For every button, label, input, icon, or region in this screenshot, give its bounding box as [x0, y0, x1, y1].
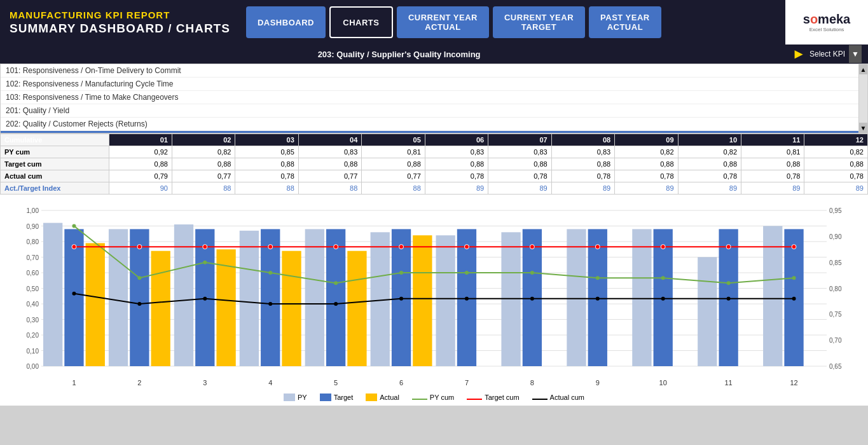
header-branding: MANUFACTURING KPI REPORT SUMMARY DASHBOA… — [0, 0, 240, 44]
col-header-02: 02 — [172, 134, 235, 146]
svg-point-87 — [334, 245, 338, 249]
nav-charts[interactable]: CHARTS — [329, 6, 393, 38]
svg-text:4: 4 — [268, 379, 272, 387]
col-header-08: 08 — [551, 134, 614, 146]
svg-point-99 — [334, 302, 338, 306]
svg-text:7: 7 — [465, 379, 469, 387]
legend-actual-cum: Actual cum — [532, 394, 584, 401]
svg-text:5: 5 — [334, 379, 338, 387]
svg-text:1,00: 1,00 — [27, 207, 39, 214]
legend-py: PY — [284, 394, 307, 401]
col-header-03: 03 — [235, 134, 298, 146]
nav-current-year-target[interactable]: CURRENT YEAR TARGET — [493, 6, 585, 38]
actual-cum-line-swatch — [532, 399, 548, 400]
svg-rect-46 — [326, 229, 345, 366]
svg-rect-53 — [436, 235, 455, 366]
svg-rect-45 — [305, 229, 324, 366]
svg-text:12: 12 — [790, 379, 797, 387]
bar-line-chart: 0,000,100,200,300,400,500,600,700,800,90… — [6, 201, 862, 388]
svg-point-89 — [464, 245, 469, 249]
svg-point-71 — [72, 224, 76, 228]
svg-point-102 — [530, 297, 534, 301]
col-header-cumulative: Cumulative — [1, 134, 109, 146]
svg-text:0,80: 0,80 — [27, 238, 39, 245]
legend-py-label: PY — [298, 394, 307, 401]
legend-target-label: Target — [334, 394, 354, 401]
svg-rect-65 — [698, 257, 717, 367]
svg-point-74 — [268, 271, 272, 275]
kpi-item-102[interactable]: 102: Responsiveness / Manufacturing Cycl… — [1, 78, 867, 91]
py-cum-line-swatch — [412, 399, 427, 400]
svg-text:8: 8 — [530, 379, 534, 387]
svg-point-103 — [596, 297, 600, 301]
svg-point-104 — [661, 297, 665, 301]
app-title: MANUFACTURING KPI REPORT — [10, 10, 230, 20]
svg-text:0,65: 0,65 — [829, 363, 842, 370]
logo: someka Excel Solutions — [785, 0, 868, 44]
svg-rect-34 — [130, 229, 149, 366]
svg-point-73 — [203, 261, 207, 264]
svg-text:0,50: 0,50 — [27, 285, 39, 292]
svg-text:1: 1 — [72, 379, 76, 387]
legend-py-cum-label: PY cum — [430, 394, 454, 401]
legend-target-cum-label: Target cum — [485, 394, 519, 401]
svg-rect-37 — [174, 224, 193, 366]
svg-rect-31 — [86, 243, 105, 366]
svg-point-77 — [465, 271, 469, 275]
kpi-item-201[interactable]: 201: Quality / Yield — [1, 104, 867, 118]
svg-point-88 — [399, 245, 404, 249]
col-header-01: 01 — [109, 134, 172, 146]
svg-point-95 — [72, 292, 76, 296]
col-header-11: 11 — [741, 134, 804, 146]
col-header-04: 04 — [298, 134, 361, 146]
kpi-scroll-btn[interactable]: ▼ — [849, 45, 862, 63]
svg-text:0,30: 0,30 — [27, 317, 39, 324]
svg-point-72 — [137, 276, 141, 280]
legend-py-cum: PY cum — [412, 394, 454, 401]
svg-point-101 — [465, 297, 469, 301]
svg-point-79 — [596, 276, 600, 280]
kpi-selected-text: 203: Quality / Supplier's Quality Incomi… — [6, 50, 792, 59]
svg-point-90 — [530, 245, 534, 249]
actual-color-swatch — [366, 394, 377, 401]
svg-point-92 — [661, 245, 665, 249]
kpi-item-103[interactable]: 103: Responsiveness / Time to Make Chang… — [1, 91, 867, 104]
svg-point-93 — [726, 245, 731, 249]
nav-dashboard[interactable]: DASHBOARD — [246, 6, 326, 38]
arrow-icon: ► — [792, 46, 806, 62]
svg-text:0,80: 0,80 — [829, 285, 842, 292]
svg-point-94 — [792, 245, 796, 249]
chart-legend: PY Target Actual PY cum Target cum Actua… — [6, 390, 862, 402]
kpi-item-203[interactable]: 203: Quality / Supplier's Quality Incomi… — [1, 131, 867, 134]
svg-point-86 — [268, 245, 273, 249]
brand-name: someka — [803, 12, 851, 27]
header: MANUFACTURING KPI REPORT SUMMARY DASHBOA… — [0, 0, 868, 44]
scroll-up-btn[interactable]: ▲ — [859, 64, 867, 74]
py-color-swatch — [284, 394, 295, 401]
nav-past-year-actual[interactable]: PAST YEAR ACTUAL — [589, 6, 661, 38]
kpi-list: 101: Responsiveness / On-Time Delivery t… — [0, 64, 868, 134]
svg-point-80 — [661, 276, 665, 280]
col-header-05: 05 — [362, 134, 425, 146]
scroll-down-btn[interactable]: ▼ — [859, 123, 867, 133]
col-header-10: 10 — [678, 134, 741, 146]
svg-rect-62 — [632, 229, 651, 366]
svg-rect-41 — [240, 231, 259, 366]
nav-current-year-actual[interactable]: CURRENT YEAR ACTUAL — [397, 6, 489, 38]
kpi-item-101[interactable]: 101: Responsiveness / On-Time Delivery t… — [1, 64, 867, 78]
svg-point-106 — [792, 297, 796, 301]
svg-rect-43 — [282, 251, 301, 366]
svg-point-76 — [399, 271, 403, 275]
svg-point-105 — [727, 297, 731, 301]
svg-text:6: 6 — [399, 379, 403, 387]
kpi-item-202[interactable]: 202: Quality / Customer Rejects (Returns… — [1, 118, 867, 131]
legend-target-cum: Target cum — [467, 394, 519, 401]
svg-text:0,70: 0,70 — [27, 254, 39, 261]
svg-point-100 — [399, 297, 403, 301]
target-color-swatch — [320, 394, 331, 401]
svg-rect-47 — [347, 251, 366, 366]
svg-text:0,40: 0,40 — [27, 301, 39, 308]
svg-text:0,95: 0,95 — [829, 207, 842, 214]
svg-text:0,75: 0,75 — [829, 311, 842, 318]
svg-rect-33 — [109, 229, 128, 366]
